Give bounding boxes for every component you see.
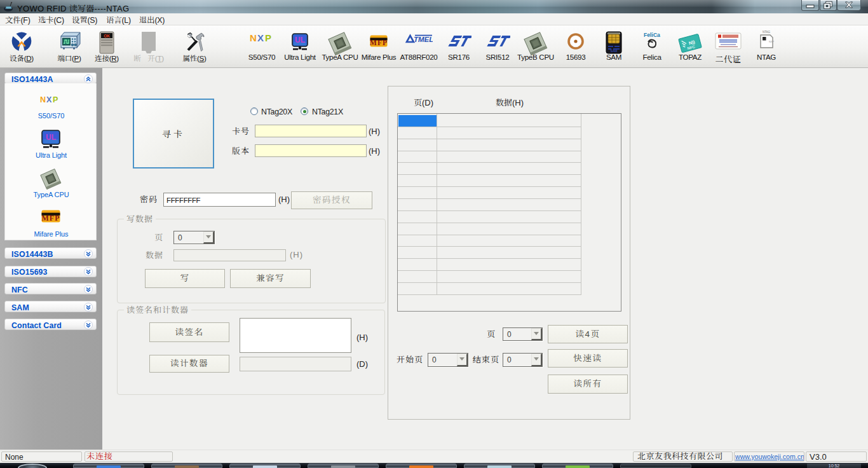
svg-text:N: N xyxy=(250,33,257,43)
svg-text:P: P xyxy=(265,33,271,43)
svg-text:X: X xyxy=(46,95,52,104)
svg-text:NTAG: NTAG xyxy=(763,31,771,34)
svg-text:MFP: MFP xyxy=(370,39,388,46)
svg-text:MFP: MFP xyxy=(41,214,60,223)
svg-text:N: N xyxy=(40,95,46,104)
svg-text:UL: UL xyxy=(46,133,56,142)
svg-text:OK: OK xyxy=(104,34,110,38)
svg-text:NXP: NXP xyxy=(769,40,775,43)
svg-text:P: P xyxy=(53,95,58,104)
svg-text:TMEL: TMEL xyxy=(414,36,433,43)
svg-text:UL: UL xyxy=(295,36,305,45)
svg-text:FeliCa: FeliCa xyxy=(644,32,660,38)
svg-text:X: X xyxy=(257,33,264,43)
